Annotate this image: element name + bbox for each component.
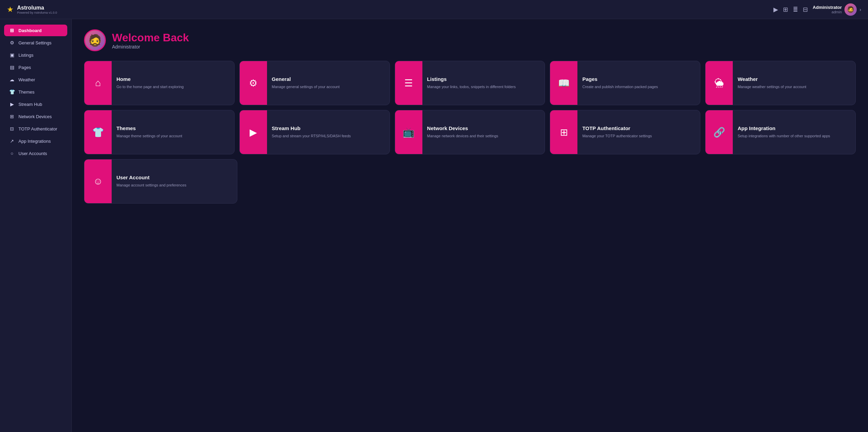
topnav-grid-icon[interactable]: ⊞ xyxy=(783,6,788,13)
card-network-devices[interactable]: 📺 Network Devices Manage network devices… xyxy=(395,110,545,154)
card-desc-weather: Manage weather settings of your account xyxy=(738,84,806,90)
card-body-network-devices: Network Devices Manage network devices a… xyxy=(422,110,503,154)
general-card-icon: ⚙ xyxy=(249,78,257,89)
card-title-user-account: User Account xyxy=(116,175,186,180)
user-text: Administrator admin xyxy=(813,5,842,14)
card-body-pages: Pages Create and publish information pac… xyxy=(577,61,662,105)
dashboard-sidebar-icon: ⊞ xyxy=(9,28,15,33)
username-label: Administrator xyxy=(813,5,842,10)
topnav-chevron-icon[interactable]: › xyxy=(859,7,861,12)
cards-row-3: ☺ User Account Manage account settings a… xyxy=(84,159,856,204)
card-icon-strip-listings: ☰ xyxy=(395,61,422,105)
welcome-avatar: 🧔 xyxy=(84,29,106,51)
sidebar-item-themes[interactable]: 👕 Themes xyxy=(4,86,67,98)
layout: ⊞ Dashboard ⚙ General Settings ▣ Listing… xyxy=(0,19,868,432)
card-body-home: Home Go to the home page and start explo… xyxy=(112,61,188,105)
card-title-weather: Weather xyxy=(738,76,806,82)
dashboard-sidebar-label: Dashboard xyxy=(18,28,42,33)
sidebar-item-totp-authenticator[interactable]: ⊟ TOTP Authenticator xyxy=(4,123,67,135)
user-account-card-icon: ☺ xyxy=(93,176,103,187)
user-avatar[interactable]: 🧔 xyxy=(844,3,857,16)
sidebar-item-network-devices[interactable]: ⊞ Network Devices xyxy=(4,111,67,122)
general-settings-sidebar-label: General Settings xyxy=(18,40,52,45)
cards-row-3-filler xyxy=(242,159,856,204)
stream-hub-sidebar-icon: ▶ xyxy=(9,101,15,107)
sidebar-item-weather[interactable]: ☁ Weather xyxy=(4,74,67,85)
welcome-subtitle: Administrator xyxy=(112,44,189,50)
card-title-pages: Pages xyxy=(582,76,658,82)
card-pages[interactable]: 📖 Pages Create and publish information p… xyxy=(550,61,700,105)
card-body-stream-hub: Stream Hub Setup and stream your RTSP/HL… xyxy=(267,110,356,154)
card-home[interactable]: ⌂ Home Go to the home page and start exp… xyxy=(84,61,235,105)
card-weather[interactable]: 🌦 Weather Manage weather settings of you… xyxy=(705,61,856,105)
sidebar: ⊞ Dashboard ⚙ General Settings ▣ Listing… xyxy=(0,19,72,432)
card-listings[interactable]: ☰ Listings Manage your links, todos, sni… xyxy=(395,61,545,105)
network-devices-sidebar-label: Network Devices xyxy=(18,114,52,119)
card-body-app-integration: App Integration Setup integrations with … xyxy=(733,110,835,154)
listings-sidebar-icon: ▣ xyxy=(9,52,15,58)
logo-star-icon: ★ xyxy=(7,5,14,14)
card-app-integration[interactable]: 🔗 App Integration Setup integrations wit… xyxy=(705,110,856,154)
card-icon-strip-weather: 🌦 xyxy=(705,61,733,105)
card-body-themes: Themes Manage theme settings of your acc… xyxy=(112,110,187,154)
home-card-icon: ⌂ xyxy=(95,78,101,88)
user-accounts-sidebar-icon: ○ xyxy=(9,151,15,156)
listings-sidebar-label: Listings xyxy=(18,53,33,58)
card-totp-authenticator[interactable]: ⊞ TOTP Authenticator Manage your TOTP au… xyxy=(550,110,700,154)
topnav-right: ▶ ⊞ ≣ ⊟ Administrator admin 🧔 › xyxy=(773,3,861,16)
cards-row-1: ⌂ Home Go to the home page and start exp… xyxy=(84,61,856,105)
card-body-weather: Weather Manage weather settings of your … xyxy=(733,61,811,105)
totp-authenticator-card-icon: ⊞ xyxy=(560,127,568,138)
card-icon-strip-network-devices: 📺 xyxy=(395,110,422,154)
general-settings-sidebar-icon: ⚙ xyxy=(9,40,15,45)
card-title-stream-hub: Stream Hub xyxy=(272,125,351,131)
sidebar-item-dashboard[interactable]: ⊞ Dashboard xyxy=(4,25,67,36)
listings-card-icon: ☰ xyxy=(404,78,413,89)
card-desc-pages: Create and publish information packed pa… xyxy=(582,84,658,90)
card-icon-strip-user-account: ☺ xyxy=(84,159,112,203)
app-tagline: Powered by Astroluma v1.0.0 xyxy=(17,11,57,14)
sidebar-item-stream-hub[interactable]: ▶ Stream Hub xyxy=(4,98,67,110)
topnav-play-icon[interactable]: ▶ xyxy=(773,6,778,13)
user-role-label: admin xyxy=(813,10,842,14)
card-themes[interactable]: 👕 Themes Manage theme settings of your a… xyxy=(84,110,235,154)
sidebar-item-general-settings[interactable]: ⚙ General Settings xyxy=(4,37,67,48)
sidebar-item-user-accounts[interactable]: ○ User Accounts xyxy=(4,148,67,159)
card-icon-strip-stream-hub: ▶ xyxy=(240,110,267,154)
themes-sidebar-label: Themes xyxy=(18,89,34,95)
weather-sidebar-icon: ☁ xyxy=(9,77,15,82)
sidebar-item-listings[interactable]: ▣ Listings xyxy=(4,49,67,61)
card-icon-strip-app-integration: 🔗 xyxy=(705,110,733,154)
card-title-general: General xyxy=(272,76,340,82)
card-body-listings: Listings Manage your links, todos, snipp… xyxy=(422,61,521,105)
card-user-account[interactable]: ☺ User Account Manage account settings a… xyxy=(84,159,237,204)
card-icon-strip-home: ⌂ xyxy=(84,61,112,105)
card-desc-listings: Manage your links, todos, snippets in di… xyxy=(427,84,516,90)
totp-authenticator-sidebar-label: TOTP Authenticator xyxy=(18,126,57,131)
network-devices-card-icon: 📺 xyxy=(403,127,415,138)
card-desc-themes: Manage theme settings of your account xyxy=(116,133,182,139)
user-info: Administrator admin 🧔 › xyxy=(813,3,861,16)
weather-card-icon: 🌦 xyxy=(714,78,724,89)
card-body-user-account: User Account Manage account settings and… xyxy=(112,159,191,203)
card-stream-hub[interactable]: ▶ Stream Hub Setup and stream your RTSP/… xyxy=(239,110,390,154)
totp-authenticator-sidebar-icon: ⊟ xyxy=(9,126,15,131)
sidebar-item-pages[interactable]: ▤ Pages xyxy=(4,61,67,73)
pages-card-icon: 📖 xyxy=(558,78,570,89)
card-body-general: General Manage general settings of your … xyxy=(267,61,345,105)
card-title-app-integration: App Integration xyxy=(738,125,830,131)
logo-area: ★ Astroluma Powered by Astroluma v1.0.0 xyxy=(7,5,57,14)
card-title-themes: Themes xyxy=(116,125,182,131)
topnav-qr-icon[interactable]: ⊟ xyxy=(803,6,808,13)
app-integrations-sidebar-label: App Integrations xyxy=(18,139,51,144)
weather-sidebar-label: Weather xyxy=(18,77,35,82)
topnav-list-icon[interactable]: ≣ xyxy=(793,6,798,13)
card-title-totp-authenticator: TOTP Authenticator xyxy=(582,125,652,131)
card-desc-user-account: Manage account settings and preferences xyxy=(116,182,186,188)
card-body-totp-authenticator: TOTP Authenticator Manage your TOTP auth… xyxy=(577,110,657,154)
card-icon-strip-pages: 📖 xyxy=(550,61,577,105)
pages-sidebar-label: Pages xyxy=(18,65,31,70)
sidebar-item-app-integrations[interactable]: ↗ App Integrations xyxy=(4,135,67,147)
card-desc-general: Manage general settings of your account xyxy=(272,84,340,90)
card-general[interactable]: ⚙ General Manage general settings of you… xyxy=(239,61,390,105)
